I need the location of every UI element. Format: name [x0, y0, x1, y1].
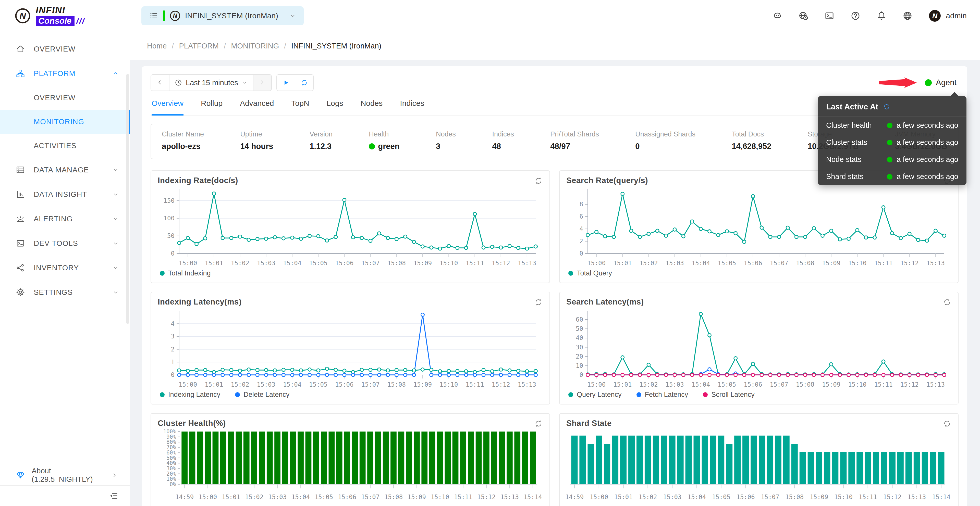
infini-logo-icon: N [15, 8, 30, 24]
discord-icon [772, 11, 783, 21]
world-clock-button[interactable] [798, 11, 808, 21]
breadcrumb-separator: / [284, 42, 286, 50]
svg-text:15:10: 15:10 [439, 260, 458, 267]
chart-refresh-icon[interactable] [534, 419, 543, 428]
line-chart-canvas: 010203040506015:0015:0115:0215:0315:0415… [566, 308, 950, 390]
svg-text:60: 60 [576, 316, 583, 323]
chart-refresh-icon[interactable] [943, 419, 951, 428]
agent-status[interactable]: Agent [878, 77, 959, 88]
breadcrumb-item-1[interactable]: PLATFORM [179, 42, 219, 50]
sidebar-subitem-activities[interactable]: ACTIVITIES [0, 134, 130, 158]
svg-text:15:08: 15:08 [387, 381, 406, 388]
data-insight-icon [16, 190, 25, 199]
legend-dot [636, 392, 641, 397]
tab-advanced[interactable]: Advanced [240, 99, 274, 116]
agent-status-dot [925, 79, 932, 86]
svg-text:10: 10 [576, 362, 583, 369]
breadcrumb-item-2[interactable]: MONITORING [231, 42, 279, 50]
chart-refresh-icon[interactable] [943, 298, 951, 306]
discord-button[interactable] [772, 11, 783, 21]
tab-overview[interactable]: Overview [151, 99, 183, 116]
tab-indices[interactable]: Indices [400, 99, 424, 116]
sidebar-item-data-manage[interactable]: DATA MANAGE [0, 158, 130, 182]
svg-text:15:11: 15:11 [874, 260, 892, 267]
chart-refresh-icon[interactable] [534, 176, 543, 185]
svg-text:15:05: 15:05 [315, 493, 333, 501]
sidebar-item-platform[interactable]: PLATFORM [0, 61, 130, 86]
clock-icon [175, 79, 182, 86]
svg-text:15:06: 15:06 [744, 381, 762, 388]
auto-refresh-play-button[interactable] [277, 75, 295, 90]
sidebar-item-label: SETTINGS [34, 288, 73, 297]
breadcrumb-item-0[interactable]: Home [147, 42, 167, 50]
chart-title: Search Latency(ms) [566, 297, 644, 306]
chart-legend: Total Indexing [158, 268, 543, 277]
svg-text:15:03: 15:03 [663, 493, 681, 501]
app-logo[interactable]: N INFINI Console /// [0, 0, 130, 32]
chart-title: Shard State [566, 419, 612, 428]
time-range-button[interactable]: Last 15 minutes [169, 75, 253, 90]
svg-text:15:03: 15:03 [257, 381, 275, 388]
refresh-button[interactable] [295, 75, 313, 90]
chevron-down-icon [112, 167, 119, 173]
svg-text:15:06: 15:06 [744, 260, 762, 267]
chevron-up-icon [112, 70, 119, 77]
legend-item-indexing-latency[interactable]: Indexing Latency [160, 391, 220, 399]
legend-item-total-query[interactable]: Total Query [568, 269, 612, 277]
tab-rollup[interactable]: Rollup [201, 99, 223, 116]
legend-item-delete-latency[interactable]: Delete Latency [235, 391, 290, 399]
terminal-button[interactable] [824, 11, 835, 21]
sidebar-item-settings[interactable]: SETTINGS [0, 280, 130, 305]
status-dot [887, 174, 892, 179]
sidebar-item-alerting[interactable]: ALERTING [0, 206, 130, 231]
tooltip-row-shard-stats: Shard statsa few seconds ago [818, 168, 966, 185]
bar-chart-canvas: 14:5915:0015:0115:0215:0315:0415:0515:06… [566, 430, 950, 506]
tab-topn[interactable]: TopN [291, 99, 309, 116]
sidebar-nav: OVERVIEWPLATFORMOVERVIEWMONITORINGACTIVI… [0, 32, 130, 305]
svg-text:15:02: 15:02 [245, 493, 263, 501]
svg-text:3: 3 [171, 333, 175, 340]
svg-text:15:02: 15:02 [231, 381, 249, 388]
user-menu[interactable]: Nadmin [928, 10, 967, 22]
question-button[interactable] [850, 11, 861, 21]
chevron-right-icon [111, 472, 118, 479]
sidebar-scrollbar[interactable] [126, 74, 129, 324]
sidebar-subitem-label: MONITORING [34, 117, 84, 126]
legend-label: Total Indexing [168, 269, 211, 277]
svg-text:15:07: 15:07 [770, 260, 788, 267]
legend-item-scroll-latency[interactable]: Scroll Latency [703, 391, 755, 399]
svg-text:15:04: 15:04 [692, 260, 710, 267]
tab-logs[interactable]: Logs [327, 99, 343, 116]
tab-nodes[interactable]: Nodes [361, 99, 383, 116]
sidebar-item-overview[interactable]: OVERVIEW [0, 37, 130, 61]
platform-icon [16, 69, 25, 78]
sidebar-item-label: PLATFORM [34, 69, 76, 78]
menu-fold-icon[interactable] [108, 491, 118, 501]
sidebar-item-inventory[interactable]: INVENTORY [0, 255, 130, 280]
breadcrumb-item-3: INFINI_SYSTEM (IronMan) [291, 42, 381, 50]
globe-button[interactable] [902, 11, 913, 21]
svg-text:15:00: 15:00 [179, 381, 197, 388]
legend-item-total-indexing[interactable]: Total Indexing [160, 269, 211, 277]
sidebar-subitem-overview[interactable]: OVERVIEW [0, 86, 130, 109]
svg-text:15:08: 15:08 [796, 381, 815, 388]
infini-n-icon: N [170, 11, 180, 21]
sidebar-item-data-insight[interactable]: DATA INSIGHT [0, 182, 130, 206]
svg-text:15:10: 15:10 [848, 381, 866, 388]
tooltip-refresh-icon[interactable] [883, 103, 891, 111]
sidebar-item-about[interactable]: About (1.29.5_NIGHTLY) [0, 465, 130, 485]
bell-button[interactable] [877, 11, 886, 21]
time-prev-button[interactable] [151, 75, 169, 90]
gem-icon [16, 471, 25, 480]
sidebar-subitem-monitoring[interactable]: MONITORING [0, 109, 130, 134]
time-next-button[interactable] [253, 75, 271, 90]
legend-item-query-latency[interactable]: Query Latency [568, 391, 622, 399]
chart-refresh-icon[interactable] [534, 298, 543, 306]
legend-item-fetch-latency[interactable]: Fetch Latency [636, 391, 688, 399]
platform-icon [16, 69, 25, 78]
sidebar-item-dev-tools[interactable]: DEV TOOLS [0, 231, 130, 255]
svg-text:N: N [932, 12, 938, 20]
cluster-selector[interactable]: N INFINI_SYSTEM (IronMan) [142, 6, 304, 25]
stat-label: Cluster Name [162, 130, 204, 138]
list-icon [149, 11, 158, 21]
